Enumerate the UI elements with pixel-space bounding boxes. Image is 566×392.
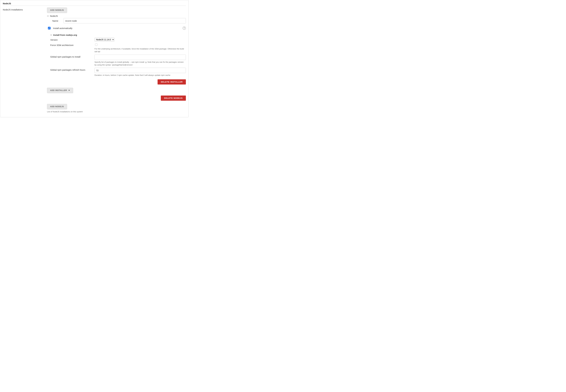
- nodejs-entry-header: NodeJS: [47, 15, 186, 17]
- force-32bit-checkbox[interactable]: [95, 43, 97, 46]
- add-nodejs-bottom-label: ADD NODEJS: [50, 105, 64, 108]
- drag-handle-icon[interactable]: [50, 34, 52, 36]
- add-nodejs-button-bottom[interactable]: ADD NODEJS: [47, 104, 67, 109]
- chevron-down-icon: [68, 90, 70, 91]
- force-32bit-help: For the underlying architecture, if avai…: [94, 48, 186, 53]
- installations-list-help: List of NodeJS installations on this sys…: [47, 111, 186, 113]
- add-installer-label: ADD INSTALLER: [50, 89, 67, 91]
- name-label: Name: [52, 20, 58, 22]
- installer-source-title: Install from nodejs.org: [53, 34, 77, 36]
- installer-source-header: Install from nodejs.org: [50, 34, 186, 36]
- refresh-hours-help: Duration, in hours, before 2 npm cache u…: [94, 74, 186, 77]
- refresh-hours-input[interactable]: [94, 68, 186, 73]
- section-title: NodeJS: [3, 1, 186, 6]
- nodejs-config-panel: NodeJS NodeJS installations ADD NODEJS N…: [0, 0, 189, 117]
- version-label: Version: [50, 38, 94, 41]
- refresh-hours-label: Global npm packages refresh hours: [50, 68, 94, 71]
- install-automatically-checkbox[interactable]: [48, 27, 51, 29]
- delete-installer-label: DELETE INSTALLER: [161, 81, 183, 83]
- global-npm-packages-input[interactable]: [94, 55, 186, 60]
- section-left-label: NodeJS installations: [3, 8, 41, 113]
- delete-nodejs-button[interactable]: DELETE NODEJS: [161, 96, 186, 101]
- nodejs-entry-title: NodeJS: [50, 15, 58, 17]
- help-icon[interactable]: ?: [183, 27, 186, 30]
- nodejs-name-input[interactable]: [63, 18, 186, 23]
- drag-handle-icon[interactable]: [47, 15, 49, 17]
- add-nodejs-label: ADD NODEJS: [50, 9, 64, 11]
- add-nodejs-button[interactable]: ADD NODEJS: [47, 8, 67, 13]
- install-automatically-label: Install automatically: [53, 27, 72, 29]
- version-select[interactable]: NodeJS 11.14.0: [94, 38, 114, 42]
- add-installer-button[interactable]: ADD INSTALLER: [47, 88, 73, 93]
- delete-installer-button[interactable]: DELETE INSTALLER: [158, 79, 186, 84]
- force-32bit-label: Force 32bit architecture: [50, 43, 94, 46]
- global-npm-packages-help: Specify list of packages to install glob…: [94, 61, 186, 66]
- nodejs-right-column: ADD NODEJS NodeJS Name Install automatic…: [47, 8, 186, 113]
- global-npm-packages-label: Global npm packages to install: [50, 55, 94, 58]
- delete-nodejs-label: DELETE NODEJS: [164, 97, 183, 99]
